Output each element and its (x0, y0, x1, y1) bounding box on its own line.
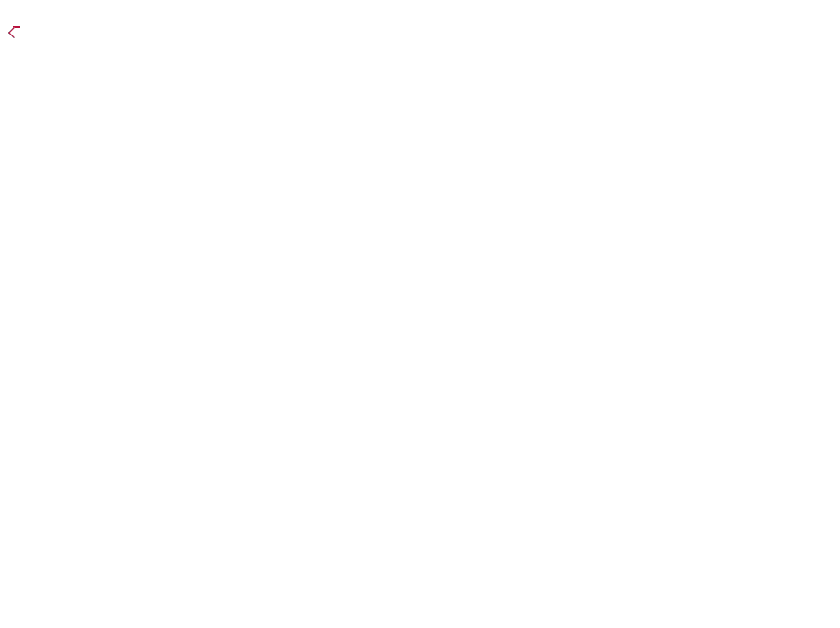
chart-title (13, 2, 17, 17)
rs-ratio-value-tag (13, 26, 20, 28)
chart-area (13, 26, 821, 627)
rrg-panel[interactable] (13, 26, 293, 166)
date-axis-bottom (13, 26, 821, 40)
ohlc-summary (791, 14, 825, 25)
